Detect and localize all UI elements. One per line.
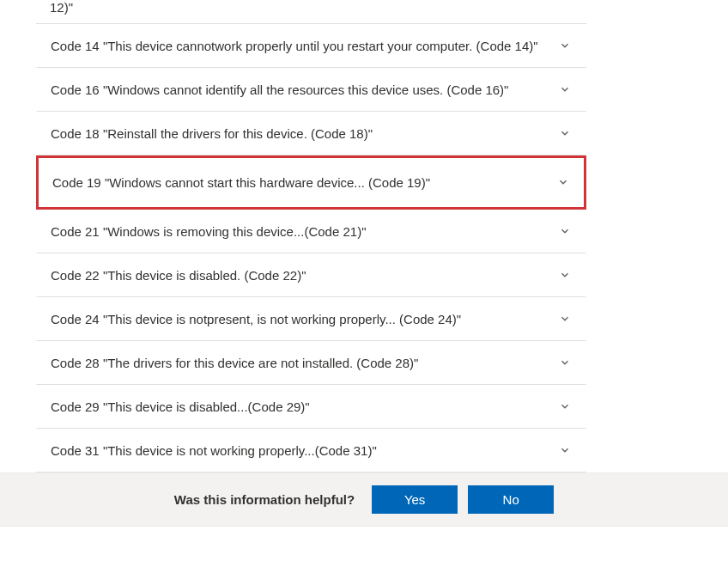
chevron-down-icon <box>558 268 572 282</box>
accordion-item[interactable]: Code 18 "Reinstall the drivers for this … <box>36 112 586 155</box>
accordion-item-label: Code 16 "Windows cannot identify all the… <box>51 81 548 99</box>
feedback-yes-button[interactable]: Yes <box>372 485 458 514</box>
chevron-down-icon <box>558 39 572 52</box>
accordion-item[interactable]: Code 28 "The drivers for this device are… <box>36 341 586 385</box>
accordion-list: Code 14 "This device cannotwork properly… <box>36 24 586 472</box>
chevron-down-icon <box>558 224 572 238</box>
feedback-no-button[interactable]: No <box>468 485 554 514</box>
feedback-bar: Was this information helpful? Yes No <box>0 472 728 527</box>
accordion-item[interactable]: Code 14 "This device cannotwork properly… <box>36 24 586 68</box>
accordion-item-label: Code 24 "This device is notpresent, is n… <box>51 310 548 328</box>
accordion-item-label: Code 19 "Windows cannot start this hardw… <box>52 174 546 192</box>
chevron-down-icon <box>558 443 572 457</box>
accordion-item[interactable]: Code 31 "This device is not working prop… <box>36 429 586 472</box>
chevron-down-icon <box>558 82 572 96</box>
accordion-item[interactable]: Code 19 "Windows cannot start this hardw… <box>36 155 586 210</box>
accordion-item[interactable]: Code 24 "This device is notpresent, is n… <box>36 297 586 341</box>
accordion-item[interactable]: Code 29 "This device is disabled...(Code… <box>36 385 586 429</box>
accordion-item-label: Code 31 "This device is not working prop… <box>51 442 548 460</box>
accordion-item[interactable]: Code 16 "Windows cannot identify all the… <box>36 68 586 112</box>
chevron-down-icon <box>558 399 572 413</box>
accordion-item-partial-text: 12)" <box>50 0 73 15</box>
accordion-item-label: Code 28 "The drivers for this device are… <box>51 354 548 372</box>
accordion-item[interactable]: Code 21 "Windows is removing this device… <box>36 210 586 253</box>
chevron-down-icon <box>556 175 570 189</box>
accordion-item-label: Code 21 "Windows is removing this device… <box>51 222 548 241</box>
feedback-inner: Was this information helpful? Yes No <box>174 485 554 514</box>
chevron-down-icon <box>558 312 572 326</box>
accordion-item-label: Code 29 "This device is disabled...(Code… <box>51 398 548 416</box>
accordion-item-partial: 12)" <box>36 0 586 24</box>
accordion-item-label: Code 22 "This device is disabled. (Code … <box>51 266 548 284</box>
accordion-item-label: Code 18 "Reinstall the drivers for this … <box>51 125 548 143</box>
accordion-item-label: Code 14 "This device cannotwork properly… <box>51 37 548 55</box>
chevron-down-icon <box>558 126 572 140</box>
feedback-buttons: Yes No <box>372 485 554 514</box>
accordion-item[interactable]: Code 22 "This device is disabled. (Code … <box>36 253 586 297</box>
chevron-down-icon <box>558 356 572 369</box>
feedback-question: Was this information helpful? <box>174 492 355 507</box>
